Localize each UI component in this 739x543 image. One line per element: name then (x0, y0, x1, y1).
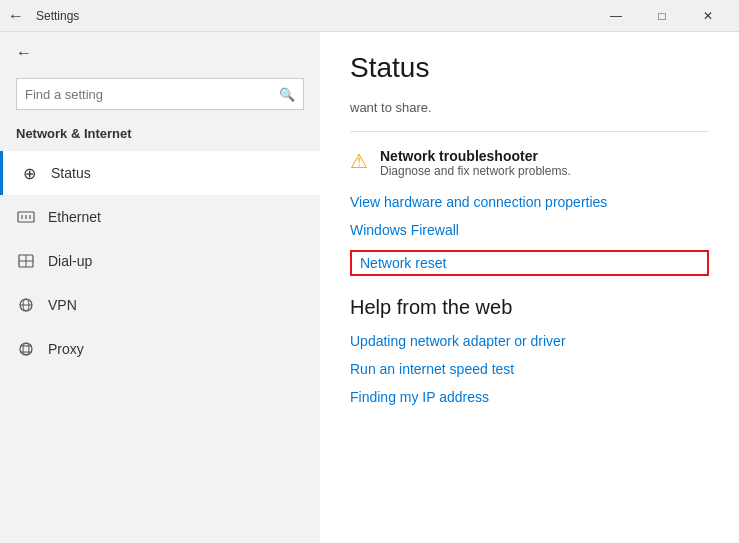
help-section-title: Help from the web (350, 296, 709, 319)
troubleshooter-text: Network troubleshooter Diagnose and fix … (380, 148, 571, 178)
sidebar-item-proxy[interactable]: Proxy (0, 327, 320, 371)
search-input[interactable] (25, 87, 279, 102)
titlebar: ← Settings — □ ✕ (0, 0, 739, 32)
ethernet-icon (16, 207, 36, 227)
minimize-button[interactable]: — (593, 0, 639, 32)
sidebar-item-label-vpn: VPN (48, 297, 77, 313)
divider (350, 131, 709, 132)
search-box[interactable]: 🔍 (16, 78, 304, 110)
svg-point-10 (20, 343, 32, 355)
troubleshooter-subtitle: Diagnose and fix network problems. (380, 164, 571, 178)
sidebar-item-label-status: Status (51, 165, 91, 181)
sidebar-back-button[interactable]: ← (0, 32, 320, 74)
titlebar-left: ← Settings (8, 7, 79, 25)
troubleshooter-row: ⚠ Network troubleshooter Diagnose and fi… (350, 148, 709, 178)
vpn-icon (16, 295, 36, 315)
status-icon: ⊕ (19, 163, 39, 183)
network-reset-link[interactable]: Network reset (350, 250, 709, 276)
proxy-icon (16, 339, 36, 359)
close-button[interactable]: ✕ (685, 0, 731, 32)
sidebar-item-label-ethernet: Ethernet (48, 209, 101, 225)
sidebar-nav: ⊕ Status Ethernet (0, 151, 320, 371)
main-content: Status want to share. ⚠ Network troubles… (320, 32, 739, 543)
svg-point-11 (23, 343, 29, 355)
sidebar: ← 🔍 Network & Internet ⊕ Status (0, 32, 320, 543)
update-adapter-link[interactable]: Updating network adapter or driver (350, 333, 709, 349)
maximize-button[interactable]: □ (639, 0, 685, 32)
sidebar-item-ethernet[interactable]: Ethernet (0, 195, 320, 239)
run-speed-test-link[interactable]: Run an internet speed test (350, 361, 709, 377)
sidebar-item-dialup[interactable]: Dial-up (0, 239, 320, 283)
sidebar-section-title: Network & Internet (0, 122, 320, 151)
view-hardware-link[interactable]: View hardware and connection properties (350, 194, 709, 210)
troubleshooter-title: Network troubleshooter (380, 148, 571, 164)
sidebar-item-status[interactable]: ⊕ Status (0, 151, 320, 195)
find-ip-link[interactable]: Finding my IP address (350, 389, 709, 405)
search-icon: 🔍 (279, 87, 295, 102)
sidebar-item-vpn[interactable]: VPN (0, 283, 320, 327)
sidebar-item-label-proxy: Proxy (48, 341, 84, 357)
partial-text: want to share. (350, 100, 709, 115)
app-body: ← 🔍 Network & Internet ⊕ Status (0, 32, 739, 543)
warning-icon: ⚠ (350, 149, 368, 173)
titlebar-title: Settings (36, 9, 79, 23)
page-title: Status (350, 52, 709, 84)
sidebar-back-icon: ← (16, 44, 32, 62)
titlebar-controls: — □ ✕ (593, 0, 731, 32)
sidebar-item-label-dialup: Dial-up (48, 253, 92, 269)
dialup-icon (16, 251, 36, 271)
windows-firewall-link[interactable]: Windows Firewall (350, 222, 709, 238)
back-arrow-icon[interactable]: ← (8, 7, 24, 25)
